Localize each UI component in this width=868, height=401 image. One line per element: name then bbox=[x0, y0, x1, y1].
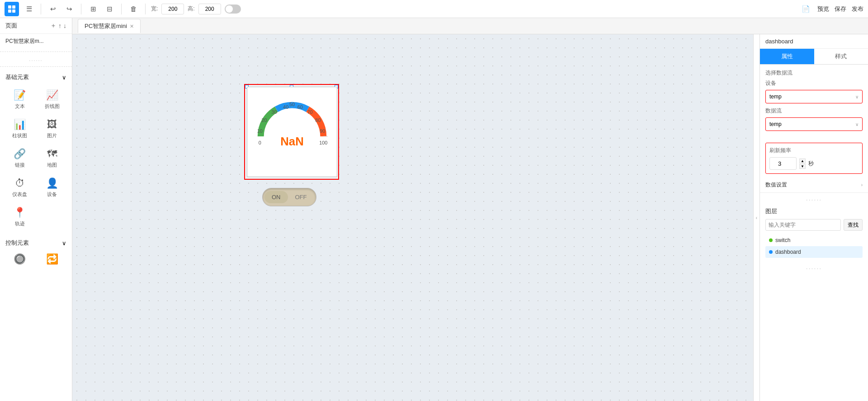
toolbar-right-actions: 📄 预览 保存 发布 bbox=[799, 3, 863, 15]
svg-text:0: 0 bbox=[259, 140, 261, 145]
component-track[interactable]: 📍 轨迹 bbox=[5, 204, 34, 230]
move-down-button[interactable]: ↓ bbox=[63, 22, 66, 30]
add-page-button[interactable]: ＋ bbox=[50, 22, 57, 30]
app-menu-button[interactable]: ☰ bbox=[23, 3, 35, 15]
barchart-label: 柱状图 bbox=[12, 132, 27, 139]
toggle-knob bbox=[226, 5, 233, 13]
link-label: 链接 bbox=[15, 162, 25, 168]
move-up-button[interactable]: ↑ bbox=[58, 22, 61, 30]
svg-text:20: 20 bbox=[262, 117, 267, 123]
control-elements-toggle-icon: ∨ bbox=[62, 240, 66, 247]
control-switch[interactable]: 🔘 bbox=[5, 251, 34, 268]
switch-off-button[interactable]: OFF bbox=[288, 191, 314, 203]
left-panel: 页面 ＋ ↑ ↓ PC智慧家居m... ...... 基础元素 ∨ 📝 文本 bbox=[0, 18, 72, 401]
svg-rect-2 bbox=[8, 9, 11, 13]
layer-item-dashboard[interactable]: dashboard bbox=[765, 246, 863, 258]
preview-button[interactable]: 预览 bbox=[817, 5, 829, 13]
save-button[interactable]: 保存 bbox=[835, 5, 846, 13]
right-panel-tabs: 属性 样式 bbox=[760, 49, 868, 65]
layout-button-1[interactable]: ⊞ bbox=[87, 3, 99, 15]
publish-button[interactable]: 发布 bbox=[852, 5, 863, 13]
left-panel-header: 页面 ＋ ↑ ↓ bbox=[0, 18, 72, 34]
dataflow-dropdown[interactable]: temp ∨ bbox=[765, 117, 863, 131]
width-input[interactable] bbox=[161, 4, 184, 14]
tab-label: PC智慧家居mini bbox=[85, 22, 127, 30]
component-device[interactable]: 👤 设备 bbox=[38, 175, 67, 200]
control-cycle[interactable]: 🔁 bbox=[38, 251, 67, 268]
toolbar-divider-4 bbox=[145, 4, 146, 14]
track-label: 轨迹 bbox=[15, 220, 25, 227]
height-label: 高: bbox=[188, 5, 194, 13]
panel-separator-1 bbox=[0, 51, 72, 52]
control-elements-header[interactable]: 控制元素 ∨ bbox=[5, 239, 66, 247]
switch-widget[interactable]: ON OFF bbox=[262, 188, 316, 206]
cycle-icon: 🔁 bbox=[46, 253, 58, 265]
select-dataflow-section: 选择数据流 设备 temp ∨ 数据流 temp bbox=[760, 65, 868, 139]
gauge-value-text: NaN bbox=[280, 135, 303, 148]
width-label: 宽: bbox=[151, 5, 158, 13]
layer-item-switch[interactable]: switch bbox=[765, 234, 863, 246]
collapse-handle[interactable]: ‹ bbox=[753, 34, 760, 401]
pages-title: 页面 bbox=[5, 22, 17, 30]
layer-section: 图层 查找 switch dashboard bbox=[760, 204, 868, 261]
component-gauge[interactable]: ⏱ 仪表盘 bbox=[5, 175, 34, 200]
layer-search-button[interactable]: 查找 bbox=[844, 219, 863, 231]
layer-name-dashboard: dashboard bbox=[775, 249, 801, 255]
track-icon: 📍 bbox=[14, 207, 26, 219]
svg-text:50: 50 bbox=[289, 102, 295, 107]
delete-button[interactable]: 🗑 bbox=[127, 3, 140, 15]
component-link[interactable]: 🔗 链接 bbox=[5, 145, 34, 171]
tab-properties[interactable]: 属性 bbox=[760, 49, 814, 64]
page-actions: ＋ ↑ ↓ bbox=[50, 22, 66, 30]
undo-button[interactable]: ↩ bbox=[47, 3, 59, 15]
linechart-label: 折线图 bbox=[45, 103, 60, 110]
svg-text:90: 90 bbox=[320, 128, 325, 134]
layer-dot-switch bbox=[769, 238, 773, 242]
tab-style[interactable]: 样式 bbox=[814, 49, 868, 64]
gauge-icon: ⏱ bbox=[15, 177, 25, 189]
device-label: 设备 bbox=[47, 191, 57, 198]
basic-elements-header[interactable]: 基础元素 ∨ bbox=[5, 73, 66, 81]
refresh-spinner: ▲ ▼ bbox=[799, 159, 806, 169]
tab-close-button[interactable]: ✕ bbox=[130, 23, 134, 29]
layer-search-input[interactable] bbox=[765, 219, 841, 231]
svg-text:60: 60 bbox=[297, 104, 303, 110]
svg-text:10: 10 bbox=[257, 128, 263, 134]
select-dataflow-label: 选择数据流 bbox=[765, 69, 863, 77]
canvas-area[interactable]: 0 10 20 30 40 50 60 70 80 90 100 bbox=[72, 34, 753, 401]
refresh-input[interactable] bbox=[769, 157, 797, 170]
layout-button-2[interactable]: ⊟ bbox=[103, 3, 116, 15]
component-image[interactable]: 🖼 图片 bbox=[38, 116, 67, 142]
toolbar: ☰ ↩ ↪ ⊞ ⊟ 🗑 宽: 高: 📄 预览 保存 发布 bbox=[0, 0, 868, 18]
value-setting-label: 数值设置 bbox=[765, 181, 787, 189]
document-icon-button[interactable]: 📄 bbox=[799, 3, 812, 15]
component-text[interactable]: 📝 文本 bbox=[5, 87, 34, 112]
refresh-rate-section: 刷新频率 ▲ ▼ 秒 bbox=[765, 143, 863, 174]
basic-elements-title: 基础元素 bbox=[5, 73, 29, 81]
layer-name-switch: switch bbox=[775, 237, 790, 243]
tab-item[interactable]: PC智慧家居mini ✕ bbox=[78, 19, 141, 33]
toggle-switch[interactable] bbox=[225, 5, 241, 14]
refresh-row: ▲ ▼ 秒 bbox=[769, 157, 859, 170]
page-item[interactable]: PC智慧家居m... bbox=[0, 34, 72, 49]
layer-dot-dashboard bbox=[769, 250, 773, 254]
dashboard-widget[interactable]: 0 10 20 30 40 50 60 70 80 90 100 bbox=[244, 84, 339, 180]
image-icon: 🖼 bbox=[47, 119, 57, 131]
spinner-down-button[interactable]: ▼ bbox=[799, 164, 806, 169]
component-map[interactable]: 🗺 地图 bbox=[38, 145, 67, 171]
switch-button[interactable]: ON OFF bbox=[262, 188, 316, 206]
main-layout: 页面 ＋ ↑ ↓ PC智慧家居m... ...... 基础元素 ∨ 📝 文本 bbox=[0, 18, 868, 401]
svg-rect-1 bbox=[12, 5, 15, 9]
spinner-up-button[interactable]: ▲ bbox=[799, 159, 806, 163]
map-icon: 🗺 bbox=[47, 148, 57, 160]
height-input[interactable] bbox=[198, 4, 221, 14]
value-setting-row[interactable]: 数值设置 › bbox=[760, 177, 868, 193]
switch-on-button[interactable]: ON bbox=[264, 191, 288, 203]
component-barchart[interactable]: 📊 柱状图 bbox=[5, 116, 34, 142]
device-value: temp bbox=[769, 93, 782, 100]
app-logo bbox=[5, 2, 19, 16]
device-dropdown[interactable]: temp ∨ bbox=[765, 90, 863, 103]
component-linechart[interactable]: 📈 折线图 bbox=[38, 87, 67, 112]
redo-button[interactable]: ↪ bbox=[63, 3, 75, 15]
dataflow-label: 数据流 bbox=[765, 107, 863, 115]
